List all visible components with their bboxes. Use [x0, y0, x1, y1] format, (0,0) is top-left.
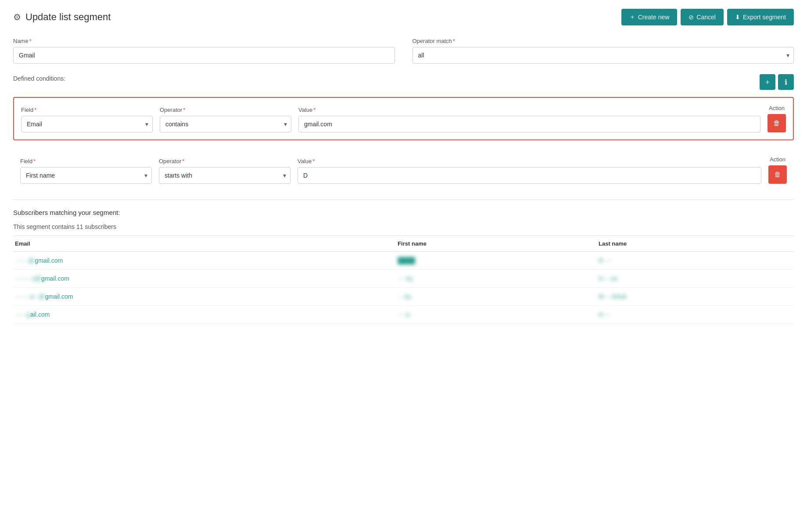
- operator-match-group: Operator match* all any ▾: [412, 38, 794, 64]
- condition-2-field-select-wrapper: Email First name Last name ▾: [20, 167, 152, 184]
- condition-1-field-group: Field* Email First name Last name ▾: [21, 107, 153, 132]
- lastname-cell: R·····: [597, 252, 794, 270]
- condition-2-delete-button[interactable]: 🗑: [768, 165, 787, 184]
- firstname-cell: ···· try: [396, 270, 597, 288]
- condition-2-value-group: Value*: [298, 158, 761, 184]
- condition-2-action-group: Action 🗑: [768, 156, 787, 184]
- lastname-cell: M·····lchuk: [597, 288, 794, 306]
- export-segment-button[interactable]: ⬇ Export segment: [727, 9, 794, 25]
- plus-icon: ＋: [629, 13, 635, 21]
- operator-required: *: [453, 38, 455, 44]
- info-button[interactable]: ℹ: [778, 74, 794, 90]
- condition-1-operator-select[interactable]: contains starts with ends with equals: [160, 116, 291, 132]
- operator-match-select[interactable]: all any: [412, 47, 794, 64]
- table-row: ········@gmail.com████R·····: [13, 252, 794, 270]
- gear-icon: ⚙: [13, 12, 21, 22]
- table-row: ··········x@gmail.com···· tryS·····ov: [13, 270, 794, 288]
- condition-2-value-input[interactable]: [298, 167, 761, 184]
- condition-2-operator-select[interactable]: contains starts with ends with equals: [159, 167, 291, 184]
- firstname-cell: ··· try: [396, 288, 597, 306]
- conditions-label: Defined conditions:: [13, 75, 65, 82]
- condition-1-value-group: Value*: [298, 107, 760, 132]
- trash-icon-1: 🗑: [773, 119, 780, 127]
- condition-1-action-label: Action: [769, 105, 785, 111]
- col-lastname-header: Last name: [597, 236, 794, 252]
- condition-row-2: Field* Email First name Last name ▾ Oper…: [13, 149, 794, 191]
- form-top-row: Name* Operator match* all any ▾: [13, 38, 794, 64]
- condition-row-1: Field* Email First name Last name ▾ Oper…: [13, 97, 794, 140]
- condition-2-value-label: Value*: [298, 158, 761, 164]
- section-divider: [13, 200, 794, 200]
- name-group: Name*: [13, 38, 395, 64]
- col-email-header: Email: [13, 236, 396, 252]
- cancel-button[interactable]: ⊘ Cancel: [681, 9, 724, 25]
- condition-2-action-label: Action: [770, 156, 785, 163]
- add-condition-button[interactable]: ＋: [760, 74, 775, 90]
- lastname-cell: A·····: [597, 306, 794, 324]
- condition-1-operator-group: Operator* contains starts with ends with…: [160, 107, 291, 132]
- email-cell[interactable]: ··········x@gmail.com: [13, 270, 396, 288]
- email-cell[interactable]: ········@gmail.com: [13, 252, 396, 270]
- condition-1-value-label: Value*: [298, 107, 760, 113]
- page-title: Update list segment: [25, 11, 111, 23]
- create-new-button[interactable]: ＋ Create new: [621, 9, 678, 25]
- condition-2-field-label: Field*: [20, 158, 152, 164]
- name-required: *: [29, 38, 32, 44]
- operator-match-select-wrapper: all any ▾: [412, 47, 794, 64]
- table-row: ·········a···@gmail.com··· tryM·····lchu…: [13, 288, 794, 306]
- condition-1-delete-button[interactable]: 🗑: [768, 114, 786, 132]
- export-icon: ⬇: [735, 14, 740, 21]
- subscribers-table: Email First name Last name ········@gmai…: [13, 236, 794, 324]
- subscribers-heading: Subscribers matching your segment:: [13, 209, 794, 216]
- condition-1-value-input[interactable]: [298, 116, 760, 132]
- condition-2-operator-label: Operator*: [159, 158, 291, 164]
- condition-2-operator-group: Operator* contains starts with ends with…: [159, 158, 291, 184]
- condition-2-field-select[interactable]: Email First name Last name: [20, 167, 152, 184]
- subscribers-section: Subscribers matching your segment: This …: [13, 209, 794, 324]
- table-row: ·······gail.com···· aA·····: [13, 306, 794, 324]
- firstname-cell: ···· a: [396, 306, 597, 324]
- trash-icon-2: 🗑: [774, 171, 781, 179]
- email-cell[interactable]: ·········a···@gmail.com: [13, 288, 396, 306]
- condition-1-operator-label: Operator*: [160, 107, 291, 113]
- condition-1-field-label: Field*: [21, 107, 153, 113]
- operator-match-label: Operator match*: [412, 38, 794, 44]
- email-cell[interactable]: ·······gail.com: [13, 306, 396, 324]
- firstname-cell: ████: [396, 252, 597, 270]
- conditions-icon-buttons: ＋ ℹ: [760, 74, 794, 90]
- name-label: Name*: [13, 38, 395, 44]
- condition-1-operator-select-wrapper: contains starts with ends with equals ▾: [160, 116, 291, 132]
- conditions-section-header: Defined conditions: ＋ ℹ: [13, 74, 794, 90]
- lastname-cell: S·····ov: [597, 270, 794, 288]
- condition-2-operator-select-wrapper: contains starts with ends with equals ▾: [159, 167, 291, 184]
- col-firstname-header: First name: [396, 236, 597, 252]
- condition-1-action-group: Action 🗑: [768, 105, 786, 132]
- condition-1-field-select-wrapper: Email First name Last name ▾: [21, 116, 153, 132]
- condition-1-field-select[interactable]: Email First name Last name: [21, 116, 153, 132]
- name-input[interactable]: [13, 47, 395, 64]
- cancel-icon: ⊘: [689, 14, 694, 21]
- subscribers-count: This segment contains 11 subscribers: [13, 223, 794, 230]
- condition-2-field-group: Field* Email First name Last name ▾: [20, 158, 152, 184]
- header-buttons: ＋ Create new ⊘ Cancel ⬇ Export segment: [621, 9, 794, 25]
